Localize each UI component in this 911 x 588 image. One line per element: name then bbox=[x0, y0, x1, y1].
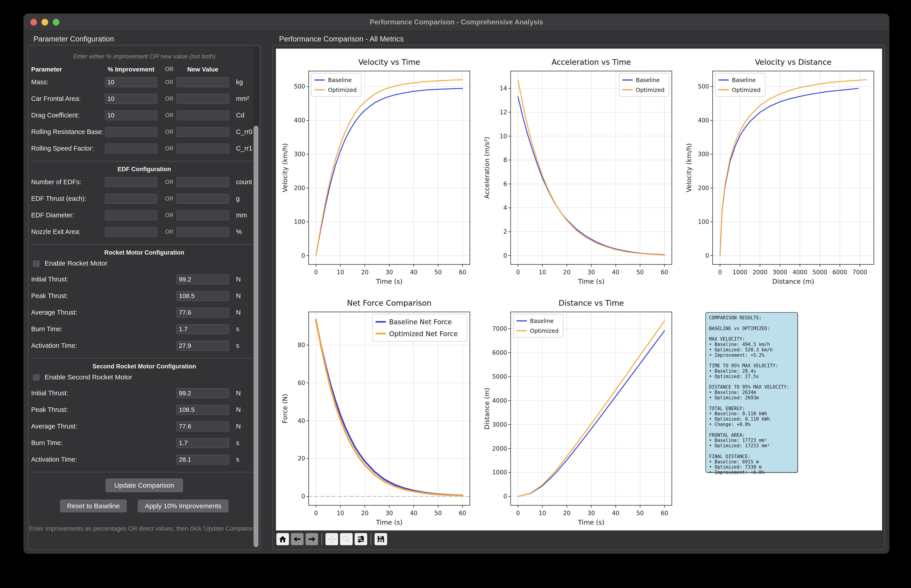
or-label: OR bbox=[163, 229, 176, 235]
improvement-input[interactable] bbox=[105, 110, 157, 120]
divider bbox=[31, 161, 258, 162]
toolbar-separator bbox=[322, 533, 322, 545]
new-value-input[interactable] bbox=[176, 144, 229, 153]
svg-text:Distance vs Time: Distance vs Time bbox=[558, 299, 624, 307]
svg-text:Net Force Comparison: Net Force Comparison bbox=[347, 299, 432, 307]
improvement-input[interactable] bbox=[105, 144, 157, 153]
svg-text:Baseline: Baseline bbox=[732, 77, 756, 83]
svg-text:7000: 7000 bbox=[853, 269, 867, 276]
svg-text:50: 50 bbox=[434, 269, 442, 276]
svg-text:Distance (m): Distance (m) bbox=[483, 388, 491, 430]
toolbar-separator bbox=[371, 533, 371, 545]
unit-label: N bbox=[236, 406, 241, 414]
apply-improvements-button[interactable]: Apply 10% Improvements bbox=[138, 499, 229, 513]
forward-icon[interactable] bbox=[306, 533, 318, 545]
improvement-input[interactable] bbox=[105, 94, 157, 104]
subplots-icon[interactable] bbox=[354, 533, 367, 545]
update-comparison-button[interactable]: Update Comparison bbox=[105, 478, 183, 493]
motor-value-row: Peak Thrust:N bbox=[29, 402, 260, 418]
enable-rocket-motor-row: Enable Rocket Motor bbox=[29, 257, 260, 271]
left-panel-scrollbar[interactable] bbox=[253, 47, 259, 548]
motor-value-row: Burn Time:s bbox=[29, 435, 260, 451]
home-icon[interactable] bbox=[277, 533, 289, 545]
improvement-input[interactable] bbox=[105, 77, 157, 87]
svg-text:Time (s): Time (s) bbox=[578, 278, 605, 285]
chart-cell-4: 0102030405060010002000300040005000600070… bbox=[478, 289, 680, 530]
or-label: OR bbox=[163, 212, 176, 218]
divider bbox=[31, 358, 258, 359]
svg-text:300: 300 bbox=[294, 151, 305, 158]
motor-value-input[interactable] bbox=[176, 455, 229, 465]
svg-text:Baseline: Baseline bbox=[636, 77, 660, 83]
parameter-rows: Mass:ORkgCar Frontal Area:ORmm²Drag Coef… bbox=[29, 74, 260, 157]
motor-param-label: Peak Thrust: bbox=[31, 292, 68, 300]
unit-label: N bbox=[236, 309, 241, 316]
motor-param-label: Initial Thrust: bbox=[31, 276, 68, 283]
rocket-section-title: Rocket Motor Configuration bbox=[29, 249, 260, 257]
svg-text:2000: 2000 bbox=[492, 445, 507, 452]
back-icon[interactable] bbox=[291, 533, 304, 545]
motor-param-label: Average Thrust: bbox=[31, 423, 77, 430]
or-label: OR bbox=[163, 95, 176, 102]
new-value-input[interactable] bbox=[176, 77, 229, 87]
new-value-input[interactable] bbox=[176, 177, 229, 187]
enable-rocket-motor-checkbox[interactable] bbox=[32, 259, 40, 268]
svg-text:Optimized: Optimized bbox=[732, 87, 761, 93]
motor-value-row: Activation Time:s bbox=[29, 338, 260, 354]
motor-param-label: Peak Thrust: bbox=[31, 406, 68, 414]
motor-value-input[interactable] bbox=[176, 291, 229, 301]
title-bar: Performance Comparison - Comprehensive A… bbox=[24, 14, 889, 31]
motor-value-input[interactable] bbox=[176, 324, 229, 334]
scrollbar-thumb[interactable] bbox=[254, 126, 259, 547]
svg-text:Optimized Net Force: Optimized Net Force bbox=[389, 330, 458, 338]
enable-second-rocket-motor-checkbox[interactable] bbox=[32, 373, 40, 381]
motor-value-row: Average Thrust:N bbox=[29, 418, 260, 435]
improvement-input[interactable] bbox=[105, 194, 157, 204]
svg-text:200: 200 bbox=[698, 185, 709, 191]
new-value-input[interactable] bbox=[176, 94, 229, 104]
improvement-input[interactable] bbox=[105, 127, 157, 137]
parameter-row: Car Frontal Area:ORmm² bbox=[29, 90, 260, 107]
motor-value-input[interactable] bbox=[176, 388, 229, 398]
svg-text:40: 40 bbox=[612, 269, 619, 276]
new-value-input[interactable] bbox=[176, 194, 229, 204]
svg-text:0: 0 bbox=[516, 510, 520, 517]
motor-value-input[interactable] bbox=[176, 405, 229, 415]
svg-text:Acceleration (m/s²): Acceleration (m/s²) bbox=[483, 137, 491, 199]
chart-net-force-comparison: 0102030405060020406080Time (s)Force (N)N… bbox=[276, 289, 478, 530]
pan-icon[interactable] bbox=[325, 533, 338, 545]
reset-to-baseline-button[interactable]: Reset to Baseline bbox=[60, 499, 127, 513]
svg-text:40: 40 bbox=[410, 269, 417, 276]
new-value-input[interactable] bbox=[176, 227, 229, 237]
window-title: Performance Comparison - Comprehensive A… bbox=[24, 18, 889, 26]
svg-text:Time (s): Time (s) bbox=[578, 519, 605, 526]
save-icon[interactable] bbox=[375, 533, 387, 545]
motor-value-input[interactable] bbox=[176, 422, 229, 431]
motor-value-input[interactable] bbox=[176, 438, 229, 448]
parameter-row: Nozzle Exit Area:OR% bbox=[29, 224, 260, 240]
new-value-input[interactable] bbox=[176, 127, 229, 137]
unit-label: s bbox=[236, 456, 239, 463]
svg-text:0: 0 bbox=[718, 269, 722, 276]
new-value-input[interactable] bbox=[176, 210, 229, 220]
unit-label: s bbox=[236, 342, 239, 349]
unit-label: mm bbox=[236, 212, 247, 219]
svg-text:Velocity (km/h): Velocity (km/h) bbox=[281, 143, 289, 192]
parameter-label: EDF Diameter: bbox=[31, 212, 74, 219]
unit-label: g bbox=[236, 195, 239, 202]
motor-value-input[interactable] bbox=[176, 308, 229, 318]
zoom-icon[interactable] bbox=[340, 533, 353, 545]
improvement-input[interactable] bbox=[105, 227, 157, 237]
svg-text:3000: 3000 bbox=[772, 269, 787, 276]
svg-text:14: 14 bbox=[500, 85, 507, 92]
new-value-input[interactable] bbox=[176, 110, 229, 120]
improvement-input[interactable] bbox=[105, 177, 157, 187]
motor-value-input[interactable] bbox=[176, 341, 229, 351]
motor-value-input[interactable] bbox=[176, 275, 229, 284]
svg-text:2: 2 bbox=[503, 228, 507, 235]
svg-text:7000: 7000 bbox=[492, 325, 507, 332]
or-label: OR bbox=[163, 145, 176, 152]
motor-param-label: Burn Time: bbox=[31, 325, 63, 333]
instruction-text: Enter either % improvement OR new value … bbox=[29, 45, 260, 60]
improvement-input[interactable] bbox=[105, 210, 157, 220]
